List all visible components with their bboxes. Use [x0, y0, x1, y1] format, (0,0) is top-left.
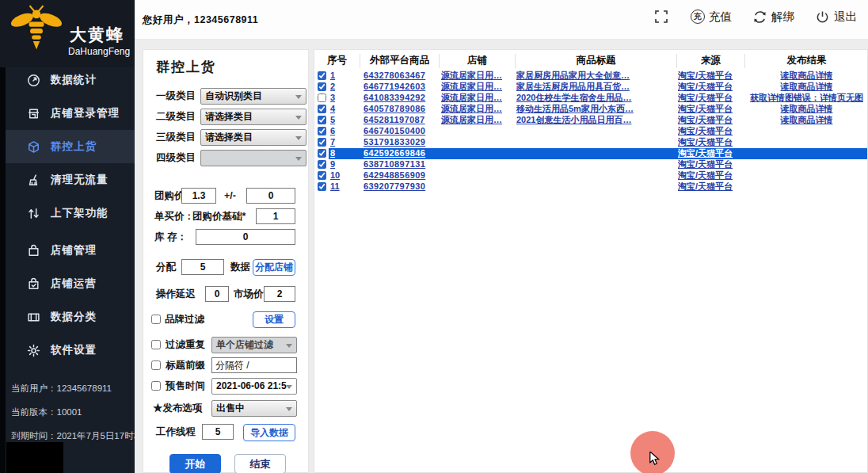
row-number-link[interactable]: 5	[330, 115, 335, 124]
table-row[interactable]: 10 642948856909 淘宝/天猫平台	[314, 170, 867, 181]
table-row[interactable]: 2 646771942603 源流居家日用… 家居生活厨房用品用具百货… 淘宝/…	[314, 82, 867, 93]
presale-time-checkbox[interactable]	[151, 381, 161, 391]
category2-select[interactable]: 请选择类目	[200, 109, 306, 125]
row-checkbox[interactable]	[318, 127, 326, 135]
row-number-link[interactable]: 2	[330, 82, 335, 91]
allocate-shops-button[interactable]: 分配店铺	[253, 259, 295, 276]
sidebar-item-clean-traffic[interactable]: 清理无流量	[0, 163, 135, 196]
source-link[interactable]: 淘宝/天猫平台	[678, 93, 733, 102]
category3-select[interactable]: 请选择类目	[200, 129, 306, 146]
presale-time-select[interactable]: 2021-06-06 21:5	[211, 378, 297, 395]
product-id-link[interactable]: 642592669846	[364, 148, 425, 158]
row-number-link[interactable]: 3	[330, 93, 335, 102]
product-id-link[interactable]: 640578789086	[364, 104, 425, 113]
group-price-input[interactable]	[181, 188, 216, 204]
product-title-link[interactable]: 移动生活用品5m家用小东西…	[516, 104, 634, 113]
sidebar-item-group-upload[interactable]: 群控上货	[0, 130, 135, 163]
source-link[interactable]: 淘宝/天猫平台	[678, 115, 733, 124]
result-link[interactable]: 获取详情图错误：详情页无图	[750, 93, 863, 102]
table-row[interactable]: 7 531791833029 淘宝/天猫平台	[314, 137, 867, 148]
stock-input[interactable]	[196, 229, 295, 245]
table-row[interactable]: 4 640578789086 源流居家日用… 移动生活用品5m家用小东西… 淘宝…	[314, 104, 867, 115]
brand-filter-settings-button[interactable]: 设置	[253, 311, 295, 328]
logout-button[interactable]: 退出	[815, 10, 857, 25]
row-number-link[interactable]: 8	[330, 148, 335, 158]
dup-filter-checkbox[interactable]	[151, 340, 161, 349]
source-link[interactable]: 淘宝/天猫平台	[678, 159, 733, 169]
row-checkbox[interactable]	[318, 182, 326, 191]
product-title-link[interactable]: 家居生活厨房用品用具百货…	[516, 82, 630, 91]
source-link[interactable]: 淘宝/天猫平台	[678, 181, 733, 191]
row-number-link[interactable]: 1	[330, 71, 335, 80]
sidebar-item-data-stats[interactable]: 数据统计	[0, 63, 135, 97]
row-checkbox[interactable]	[318, 105, 326, 113]
row-checkbox[interactable]	[318, 149, 326, 158]
row-checkbox[interactable]	[318, 138, 326, 147]
sidebar-item-shop-login[interactable]: 店铺登录管理	[0, 97, 135, 130]
result-link[interactable]: 读取商品详情	[781, 71, 833, 80]
result-link[interactable]: 读取商品详情	[781, 82, 833, 91]
product-title-link[interactable]: 家居厨房用品家用大全创意…	[516, 71, 630, 80]
product-id-link[interactable]: 641083394292	[364, 93, 425, 102]
source-link[interactable]: 淘宝/天猫平台	[678, 148, 733, 158]
sidebar-item-settings[interactable]: 软件设置	[0, 334, 135, 367]
result-link[interactable]: 读取商品详情	[781, 104, 833, 113]
price-offset-input[interactable]	[246, 188, 295, 204]
row-checkbox[interactable]	[318, 171, 326, 180]
import-data-button[interactable]: 导入数据	[243, 424, 295, 441]
row-number-link[interactable]: 4	[330, 104, 335, 113]
product-id-link[interactable]: 646771942603	[364, 82, 425, 91]
sidebar-item-data-category[interactable]: 数据分类	[0, 300, 135, 334]
source-link[interactable]: 淘宝/天猫平台	[678, 170, 733, 180]
row-checkbox[interactable]	[318, 93, 326, 102]
dup-filter-select[interactable]: 单个店铺过滤	[211, 337, 297, 353]
shop-link[interactable]: 源流居家日用…	[441, 82, 502, 91]
sidebar-item-shop-manage[interactable]: 店铺管理	[0, 234, 135, 267]
row-checkbox[interactable]	[318, 82, 326, 91]
row-checkbox[interactable]	[318, 116, 326, 124]
source-link[interactable]: 淘宝/天猫平台	[678, 104, 733, 113]
table-row[interactable]: 11 639207797930 淘宝/天猫平台	[314, 181, 867, 193]
shop-link[interactable]: 源流居家日用…	[441, 104, 502, 113]
table-row[interactable]: 6 646740150400 淘宝/天猫平台	[314, 126, 867, 137]
allocate-count-input[interactable]	[181, 259, 224, 275]
source-link[interactable]: 淘宝/天猫平台	[678, 126, 733, 135]
fullscreen-button[interactable]	[653, 8, 670, 25]
publish-option-select[interactable]: 出售中	[211, 400, 297, 417]
delay-input[interactable]	[205, 286, 229, 302]
product-id-link[interactable]: 646740150400	[364, 126, 425, 135]
shop-link[interactable]: 源流居家日用…	[441, 71, 502, 80]
product-id-link[interactable]: 645281197087	[364, 115, 425, 124]
product-id-link[interactable]: 638710897131	[364, 159, 425, 169]
table-row[interactable]: 9 638710897131 淘宝/天猫平台	[314, 159, 867, 170]
single-price-input[interactable]	[256, 208, 295, 224]
source-link[interactable]: 淘宝/天猫平台	[678, 137, 733, 147]
table-row[interactable]: 8 642592669846 淘宝/天猫平台	[314, 148, 867, 159]
recharge-button[interactable]: 充 充值	[691, 10, 732, 25]
product-id-link[interactable]: 639207797930	[364, 181, 425, 191]
product-title-link[interactable]: 2020住校生学生宿舍生用品…	[516, 93, 631, 102]
title-prefix-input[interactable]	[211, 357, 297, 373]
shop-link[interactable]: 源流居家日用…	[441, 115, 502, 124]
product-id-link[interactable]: 643278063467	[364, 71, 425, 80]
row-number-link[interactable]: 10	[330, 170, 340, 180]
table-row[interactable]: 3 641083394292 源流居家日用… 2020住校生学生宿舍生用品… 淘…	[314, 93, 867, 104]
start-button[interactable]: 开始	[169, 454, 221, 473]
row-number-link[interactable]: 11	[330, 181, 340, 191]
sidebar-item-shelf-updown[interactable]: 上下架功能	[0, 196, 135, 230]
row-number-link[interactable]: 9	[330, 159, 335, 169]
product-title-link[interactable]: 2021创意生活小用品日用百…	[516, 115, 631, 124]
table-row[interactable]: 5 645281197087 源流居家日用… 2021创意生活小用品日用百… 淘…	[314, 115, 867, 126]
source-link[interactable]: 淘宝/天猫平台	[678, 71, 733, 80]
row-number-link[interactable]: 7	[330, 137, 335, 147]
row-number-link[interactable]: 6	[330, 126, 335, 135]
unbind-button[interactable]: 解绑	[752, 10, 794, 25]
threads-input[interactable]	[202, 424, 234, 440]
sidebar-item-shop-operate[interactable]: 店铺运营	[0, 267, 135, 300]
row-checkbox[interactable]	[318, 71, 326, 80]
market-price-input[interactable]	[264, 286, 295, 302]
end-button[interactable]: 结束	[234, 454, 286, 473]
shop-link[interactable]: 源流居家日用…	[441, 93, 502, 102]
source-link[interactable]: 淘宝/天猫平台	[678, 82, 733, 91]
brand-filter-checkbox[interactable]	[151, 315, 161, 324]
